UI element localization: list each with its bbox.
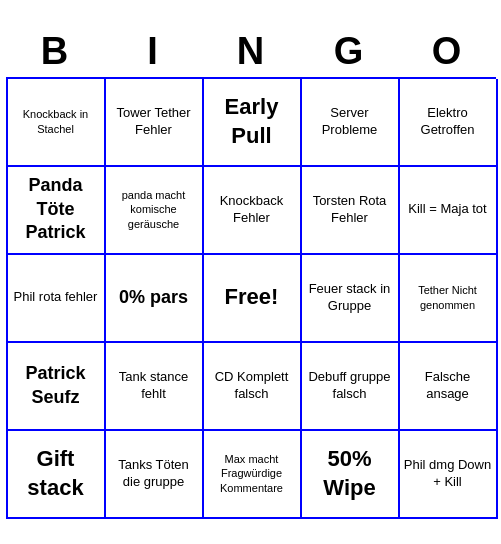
letter-o: O — [403, 30, 491, 73]
letter-g: G — [305, 30, 393, 73]
bingo-header: B I N G O — [6, 26, 496, 77]
bingo-cell-0: Knockback in Stachel — [8, 79, 106, 167]
bingo-cell-16: Tank stance fehlt — [106, 343, 204, 431]
bingo-cell-9: Kill = Maja tot — [400, 167, 498, 255]
bingo-cell-10: Phil rota fehler — [8, 255, 106, 343]
letter-b: B — [11, 30, 99, 73]
bingo-cell-20: Gift stack — [8, 431, 106, 519]
bingo-cell-11: 0% pars — [106, 255, 204, 343]
bingo-cell-22: Max macht Fragwürdige Kommentare — [204, 431, 302, 519]
letter-n: N — [207, 30, 295, 73]
bingo-cell-2: Early Pull — [204, 79, 302, 167]
bingo-cell-24: Phil dmg Down + Kill — [400, 431, 498, 519]
bingo-cell-7: Knockback Fehler — [204, 167, 302, 255]
bingo-cell-4: Elektro Getroffen — [400, 79, 498, 167]
bingo-cell-8: Torsten Rota Fehler — [302, 167, 400, 255]
bingo-cell-12: Free! — [204, 255, 302, 343]
bingo-cell-15: Patrick Seufz — [8, 343, 106, 431]
bingo-cell-13: Feuer stack in Gruppe — [302, 255, 400, 343]
bingo-cell-17: CD Komplett falsch — [204, 343, 302, 431]
bingo-cell-14: Tether Nicht genommen — [400, 255, 498, 343]
letter-i: I — [109, 30, 197, 73]
bingo-cell-1: Tower Tether Fehler — [106, 79, 204, 167]
bingo-cell-6: panda macht komische geräusche — [106, 167, 204, 255]
bingo-cell-19: Falsche ansage — [400, 343, 498, 431]
bingo-grid: Knockback in StachelTower Tether FehlerE… — [6, 77, 496, 519]
bingo-card: B I N G O Knockback in StachelTower Teth… — [6, 26, 496, 519]
bingo-cell-3: Server Probleme — [302, 79, 400, 167]
bingo-cell-21: Tanks Töten die gruppe — [106, 431, 204, 519]
bingo-cell-5: Panda Töte Patrick — [8, 167, 106, 255]
bingo-cell-18: Debuff gruppe falsch — [302, 343, 400, 431]
bingo-cell-23: 50% Wipe — [302, 431, 400, 519]
